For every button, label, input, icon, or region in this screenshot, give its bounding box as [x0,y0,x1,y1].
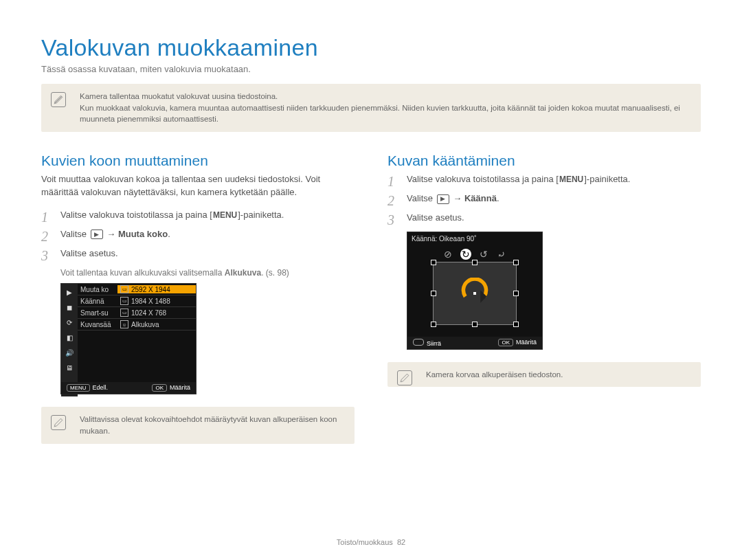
rotate-move-label: Siirrä [427,340,441,347]
lcd-row-1-label: Muuta ko [78,286,117,293]
resize-intro: Voit muuttaa valokuvan kokoa ja tallenta… [41,173,355,199]
resize-step-1-text-post: ]-painiketta. [238,210,284,220]
page-title: Valokuvan muokkaaminen [41,34,701,61]
lcd-row-2: Käännä ▭1984 X 1488 [78,295,196,307]
lcd-icon-contrast: ◧ [64,332,75,343]
resize-step-2-bold: Muuta koko [118,229,168,239]
resize-heading: Kuvien koon muuttaminen [41,153,355,169]
lcd-icon-sound: 🔊 [64,347,75,358]
rotate-bottom-note: Kamera korvaa alkuperäisen tiedoston. [387,362,701,388]
size-icon: ▭ [120,297,128,305]
resize-section: Kuvien koon muuttaminen Voit muuttaa val… [41,153,355,464]
info-note-line-2: Kun muokkaat valokuvia, kamera muuntaa a… [80,102,691,125]
lcd-icon-stop: ◼ [64,302,75,313]
rotate-icon-none: ⊘ [442,249,453,260]
ok-badge: OK [498,339,513,346]
lcd-set-label: Määritä [170,384,190,391]
resize-step-1: Valitse valokuva toistotilassa ja paina … [41,209,355,221]
rotate-step-2-pre: Valitse [407,193,436,203]
lcd-row-1: Muuta ko ▭2592 X 1944 [78,284,196,295]
rotate-preview-box [433,262,517,325]
lcd-icon-play: ▶ [64,287,75,298]
lcd-row-1-value: ▭2592 X 1944 [117,285,196,293]
arrow-text: → [451,193,464,203]
page-subtitle: Tässä osassa kuvataan, miten valokuvia m… [41,64,701,74]
ok-badge: OK [152,384,167,392]
resize-footnote-post: . (s. 98) [261,268,289,278]
rotate-step-2-bold: Käännä [464,193,497,203]
lcd-row-1-value-text: 2592 X 1944 [131,286,170,293]
lcd-left-iconbar: ▶ ◼ ⟳ ◧ 🔊 🖥 [61,284,78,396]
info-icon [397,370,412,385]
top-info-note: Kamera tallentaa muokatut valokuvat uusi… [41,84,701,132]
rotate-step-1: Valitse valokuva toistotilassa ja paina … [387,173,701,186]
resize-step-1-text-pre: Valitse valokuva toistotilassa ja paina … [60,210,212,220]
resize-step-2-end: . [168,229,170,239]
rotate-icon-row: ⊘ ↻ ↺ ⤾ [407,249,542,260]
rotate-step-2: Valitse ▶ → Käännä. [387,192,701,205]
size-icon: ▭ [120,309,128,317]
lcd-icon-rotate: ⟳ [64,317,75,328]
lcd-row-2-value: ▭1984 X 1488 [117,297,196,305]
lcd-row-4-value: ☺Alkukuva [117,320,196,328]
arrow-text: → [104,229,118,239]
lcd-row-2-value-text: 1984 X 1488 [131,298,170,305]
lcd-row-2-label: Käännä [78,298,117,305]
rotate-step-1-post: ]-painiketta. [584,174,630,184]
footer-section: Toisto/muokkaus [337,538,393,546]
info-icon [51,415,66,430]
edit-mode-icon: ▶ [437,194,449,204]
lcd-bottom-bar: MENUEdell. OKMääritä [61,382,196,394]
footer-page-number: 82 [397,538,405,546]
page-footer: Toisto/muokkaus 82 [0,538,742,546]
resize-bottom-note-text: Valittavissa olevat kokovaihtoehdot määr… [80,415,337,435]
menu-badge: MENU [67,384,90,392]
info-note-line-1: Kamera tallentaa muokatut valokuvat uusi… [80,91,691,102]
lcd-menu-list: Muuta ko ▭2592 X 1944 Käännä ▭1984 X 148… [78,284,196,331]
lcd-row-3: Smart-su ▭1024 X 768 [78,307,196,319]
rotate-icon-right90: ↻ [460,249,471,260]
resize-step-2: Valitse ▶ → Muuta koko. [41,228,355,240]
resize-lcd-mock: ▶ ◼ ⟳ ◧ 🔊 🖥 Muuta ko ▭2592 X 1944 Käännä… [60,283,196,394]
rotate-step-3: Valitse asetus. [387,212,701,224]
lcd-icon-display: 🖥 [64,362,75,373]
lcd-row-4-value-text: Alkukuva [131,321,159,328]
rotate-lcd-title: Käännä: Oikeaan 90˚ [412,235,477,243]
lcd-row-4-label: Kuvansää [78,321,117,328]
person-icon: ☺ [120,320,128,328]
edit-mode-icon: ▶ [91,229,103,239]
info-icon [51,92,66,107]
lcd-row-3-value: ▭1024 X 768 [117,309,196,317]
rotate-step-2-end: . [497,193,499,203]
rotate-icon-left90: ↺ [478,249,489,260]
rotate-step-1-pre: Valitse valokuva toistotilassa ja paina … [407,174,559,184]
size-icon: ▭ [120,285,128,293]
rotate-heading: Kuvan kääntäminen [387,153,701,169]
rotate-lcd-bottom: Siirrä OKMääritä [407,337,542,349]
lcd-row-3-value-text: 1024 X 768 [131,309,166,317]
resize-footnote-bold: Alkukuva [225,268,261,278]
resize-footnote-pre: Voit tallentaa kuvan alkukuvaksi valitse… [60,268,225,278]
lcd-row-4: Kuvansää ☺Alkukuva [78,319,196,331]
menu-key-label: MENU [212,210,238,221]
resize-footnote: Voit tallentaa kuvan alkukuvaksi valitse… [60,268,355,278]
nav-pill-icon [413,339,424,346]
rotate-bottom-note-text: Kamera korvaa alkuperäisen tiedoston. [426,370,563,379]
lcd-back-label: Edell. [93,384,109,391]
rotate-arrow-icon [459,278,491,309]
menu-key-label: MENU [559,174,584,186]
resize-bottom-note: Valittavissa olevat kokovaihtoehdot määr… [41,407,355,443]
rotate-lcd-mock: Käännä: Oikeaan 90˚ ⊘ ↻ ↺ ⤾ [407,232,543,350]
resize-step-2-pre: Valitse [60,229,89,239]
rotate-section: Kuvan kääntäminen Valitse valokuva toist… [387,153,701,464]
rotate-set-label: Määritä [516,339,537,346]
resize-step-3: Valitse asetus. [41,247,355,260]
rotate-icon-180: ⤾ [496,249,507,260]
lcd-row-3-label: Smart-su [78,309,117,317]
